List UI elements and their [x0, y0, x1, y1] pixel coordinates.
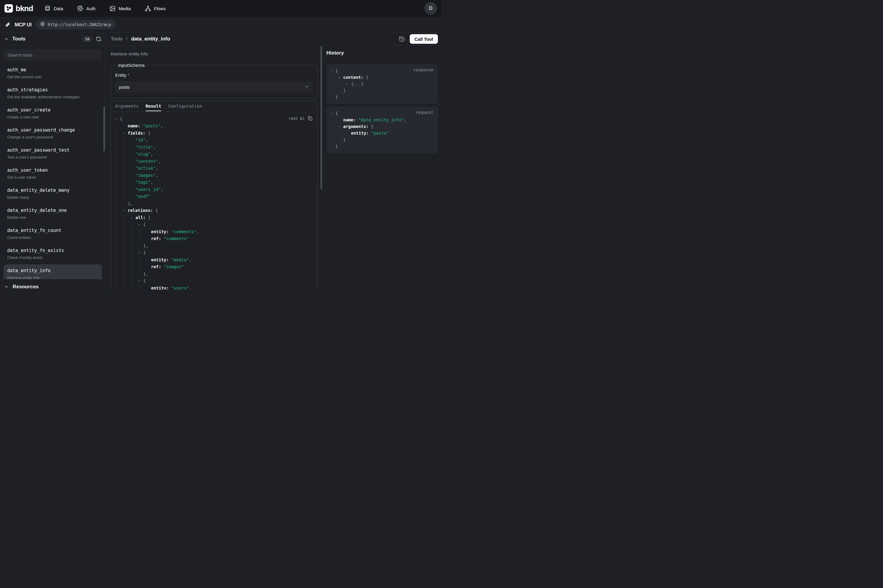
call-tool-button[interactable]: Call Tool — [410, 34, 438, 44]
input-schema-legend: InputSchema — [116, 63, 146, 68]
tools-section-title: Tools — [12, 36, 25, 42]
tool-name: data_entity_delete_one — [7, 207, 98, 214]
search-input[interactable] — [4, 49, 102, 60]
copy-icon[interactable] — [308, 116, 313, 121]
chevron-up-icon — [4, 37, 9, 41]
tools-sidebar: Tools 50 auth_me Get the current user — [0, 33, 106, 294]
history-list: response ▾{▾content: [▸{...}]} request ▾… — [323, 60, 442, 157]
main-nav: Data Auth — [44, 5, 166, 12]
tool-detail-panel: Retrieve entity info InputSchema Entity*… — [106, 45, 323, 294]
result-json-viewer: (442 B) ▾{name: "posts",▾fields: ["id","… — [111, 112, 318, 290]
bknd-logo[interactable]: bknd — [4, 4, 33, 13]
history-header: History — [323, 45, 442, 60]
tool-list-item[interactable]: auth_user_password_test Test a user's pa… — [4, 144, 102, 164]
history-entry-request[interactable]: request ▾{name: "data_entity_info",▾argu… — [327, 106, 438, 153]
tool-name: auth_user_token — [7, 167, 98, 174]
nav-item-data[interactable]: Data — [44, 5, 63, 12]
user-avatar[interactable]: D — [424, 2, 437, 15]
history-request-json-tree[interactable]: ▾{name: "data_entity_info",▾arguments: {… — [331, 110, 434, 150]
tool-name: data_entity_delete_many — [7, 187, 98, 194]
chevron-down-icon — [4, 284, 9, 289]
tool-name: auth_user_create — [7, 107, 98, 113]
tool-name: auth_user_password_test — [7, 147, 98, 153]
mcp-url-pill[interactable]: http://localhost:28623/mcp — [36, 20, 115, 29]
history-icon[interactable] — [399, 36, 405, 42]
tool-description: Get the available authentication strateg… — [7, 94, 98, 100]
tool-name: auth_me — [7, 67, 98, 73]
tool-detail-description: Retrieve entity info — [111, 51, 318, 56]
tool-description: Change a user's password — [7, 134, 98, 140]
nav-label: Flows — [154, 6, 166, 11]
tool-list-item[interactable]: data_entity_delete_one Delete one — [4, 204, 102, 224]
page-title: MCP UI — [15, 22, 31, 28]
tool-list-item[interactable]: auth_strategies Get the available authen… — [4, 84, 102, 103]
tools-count-badge: 50 — [82, 36, 92, 42]
nav-item-media[interactable]: Media — [109, 5, 131, 12]
workflow-icon — [145, 5, 151, 12]
tab-arguments[interactable]: Arguments — [115, 104, 139, 111]
globe-icon — [40, 22, 45, 28]
tools-section-header[interactable]: Tools 50 — [0, 33, 105, 45]
nav-label: Data — [54, 6, 63, 11]
tool-name: data_entity_fn_exists — [7, 248, 98, 254]
history-response-json-tree[interactable]: ▾{▾content: [▸{...}]} — [331, 68, 434, 100]
fingerprint-icon — [77, 5, 83, 12]
image-icon — [109, 5, 116, 12]
tool-list-item[interactable]: auth_user_password_change Change a user'… — [4, 124, 102, 143]
history-panel: History response ▾{▾content: [▸{...}]} r… — [323, 45, 442, 294]
mcp-bar: MCP UI http://localhost:28623/mcp — [0, 17, 442, 33]
chevron-down-icon — [304, 84, 309, 90]
top-nav: bknd Data — [0, 0, 442, 17]
history-title: History — [327, 50, 344, 56]
tool-description: Delete one — [7, 214, 98, 220]
tool-name: data_entity_fn_count — [7, 228, 98, 234]
tool-list-item[interactable]: data_entity_fn_exists Check if entity ex… — [4, 244, 102, 264]
search-wrap — [0, 45, 105, 63]
tool-description: Count entities — [7, 235, 98, 240]
nav-item-flows[interactable]: Flows — [145, 5, 166, 12]
result-size-label: (442 B) — [288, 116, 305, 121]
paperclip-icon — [4, 22, 10, 28]
entity-field-label: Entity* — [115, 72, 313, 78]
sidebar-scrollbar-thumb[interactable] — [103, 106, 105, 152]
history-entry-response[interactable]: response ▾{▾content: [▸{...}]} — [327, 64, 438, 104]
tool-description: Get a user token — [7, 174, 98, 180]
tool-name: data_entity_info — [7, 268, 98, 274]
tab-row: Arguments Result Configuration — [111, 101, 318, 112]
nav-label: Auth — [86, 6, 96, 11]
required-mark: * — [128, 72, 129, 78]
tool-list-item[interactable]: data_entity_fn_count Count entities — [4, 224, 102, 244]
tool-list-item[interactable]: auth_user_create Create a new user — [4, 104, 102, 123]
nav-label: Media — [119, 6, 131, 11]
logo-text: bknd — [16, 4, 33, 13]
input-schema-fieldset: InputSchema Entity* posts — [111, 63, 318, 98]
nav-item-auth[interactable]: Auth — [77, 5, 96, 12]
avatar-initial: D — [429, 5, 433, 11]
tool-list-item[interactable]: auth_user_token Get a user token — [4, 164, 102, 183]
tool-description: Get the current user — [7, 74, 98, 80]
tool-list-item[interactable]: auth_me Get the current user — [4, 63, 102, 83]
tool-description: Delete many — [7, 195, 98, 200]
tool-list-item[interactable]: data_entity_info Retrieve entity info — [4, 264, 102, 279]
tool-list: auth_me Get the current user auth_strate… — [0, 63, 105, 279]
history-entry-type: request — [416, 110, 433, 115]
tool-description: Retrieve entity info — [7, 275, 98, 279]
tool-list-item[interactable]: data_entity_delete_many Delete many — [4, 184, 102, 204]
tab-result[interactable]: Result — [146, 104, 161, 111]
tab-configuration[interactable]: Configuration — [168, 104, 202, 111]
breadcrumb-section[interactable]: Tools — [111, 36, 123, 42]
resources-section-header[interactable]: Resources — [0, 279, 105, 294]
entity-select[interactable]: posts — [115, 81, 313, 93]
breadcrumb-separator: / — [126, 36, 128, 42]
mcp-url: http://localhost:28623/mcp — [48, 22, 111, 27]
tool-description: Create a new user — [7, 114, 98, 120]
tool-name: auth_strategies — [7, 87, 98, 93]
tool-description: Test a user's password — [7, 154, 98, 160]
breadcrumb-tool-name: data_entity_info — [131, 36, 170, 42]
refresh-icon[interactable] — [96, 36, 101, 42]
main-scrollbar-thumb[interactable] — [321, 46, 322, 189]
database-icon — [44, 5, 51, 12]
tool-header: Tools / data_entity_info Call Tool — [106, 33, 442, 45]
entity-select-value: posts — [119, 84, 304, 90]
result-json-tree[interactable]: ▾{name: "posts",▾fields: ["id","title","… — [115, 116, 313, 290]
